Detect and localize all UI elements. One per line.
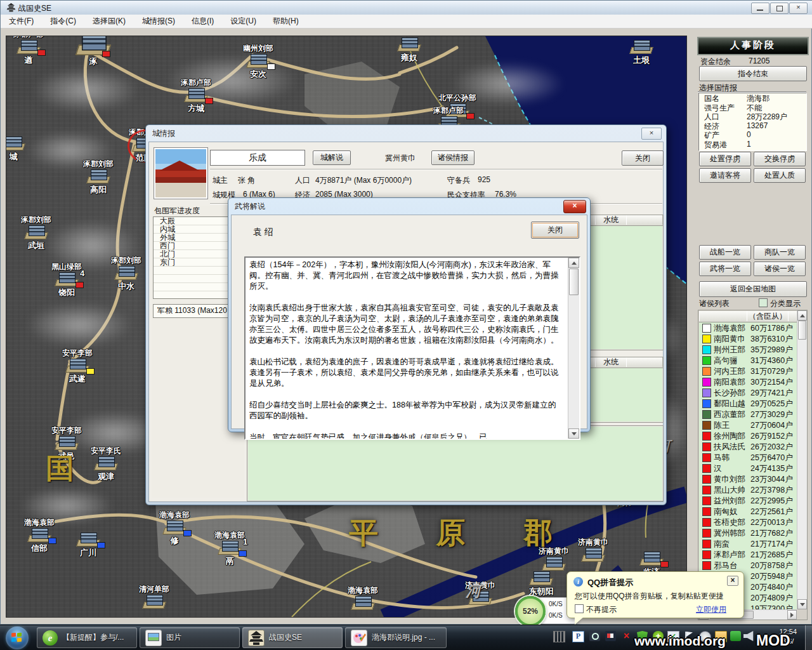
map-city[interactable]: 东朝阳: [530, 571, 552, 585]
overview-button[interactable]: 武将一览: [699, 262, 751, 276]
prisoner-action-button[interactable]: 处置人质: [754, 168, 806, 183]
dialog-close-icon[interactable]: ×: [563, 200, 586, 213]
map-city[interactable]: 安平李部 武遂: [67, 359, 88, 373]
lord-info-button[interactable]: 诸侯情报: [431, 150, 475, 165]
map-city[interactable]: 涿郡刘部 武垣: [25, 225, 47, 239]
overview-button[interactable]: 战船一览: [699, 245, 751, 260]
map-city[interactable]: 雍奴: [398, 37, 420, 51]
vassal-col-header[interactable]: （含臣从）: [747, 311, 789, 321]
menu-item[interactable]: 信息(I): [183, 16, 222, 27]
taskbar-app-pictures[interactable]: 图片: [140, 627, 240, 648]
faction-row[interactable]: 汉 24万4135户: [699, 463, 797, 474]
faction-row[interactable]: 益州刘部 22万2995户: [699, 495, 797, 506]
faction-row[interactable]: 冀州韩部 21万7682户: [699, 527, 797, 538]
map-city[interactable]: 临济: [641, 552, 662, 566]
map-city[interactable]: 安平李氏 观津: [95, 456, 117, 470]
prisoner-action-button[interactable]: 邀请客将: [699, 168, 751, 183]
scroll-right-icon[interactable]: [787, 610, 797, 620]
pinyin-p-icon[interactable]: P: [572, 631, 584, 642]
map-city[interactable]: 渤海袁部 信部: [29, 528, 50, 542]
faction-row[interactable]: 渤海袁部 60万1786户: [699, 322, 797, 333]
faction-list-body[interactable]: 渤海袁部 60万1786户 南阳黄巾 38万6310户 荆州王部 35万2989…: [699, 322, 797, 609]
start-button[interactable]: [6, 627, 29, 649]
media-icon[interactable]: [605, 631, 616, 641]
faction-row[interactable]: 马韩 25万6470户: [699, 452, 797, 463]
faction-row[interactable]: 南匈奴 22万2561户: [699, 506, 797, 517]
maximize-button[interactable]: [770, 3, 789, 14]
show-desktop-button[interactable]: [805, 625, 812, 650]
bio-text-area[interactable]: 袁绍（154年－202年），字本初，豫州汝南汝阳人(今河南商水)，东汉末年政治家…: [244, 256, 580, 440]
map-city[interactable]: 安平李部 武邑: [56, 436, 77, 450]
faction-row[interactable]: 涿郡卢部 21万2685户: [699, 549, 797, 560]
minimize-button[interactable]: [751, 3, 769, 14]
menu-item[interactable]: 选择国(K): [84, 16, 134, 27]
scroll-down-icon[interactable]: [797, 599, 807, 609]
dialog-close-icon[interactable]: ×: [641, 128, 662, 140]
faction-row[interactable]: 苍梧史部 22万0013户: [699, 517, 797, 527]
map-city[interactable]: 涿郡刘部 高阳: [88, 169, 109, 183]
menu-item[interactable]: 城情报(S): [134, 16, 183, 27]
faction-row[interactable]: 邪马台 20万8758户: [699, 560, 797, 571]
prisoner-action-button[interactable]: 交换俘虏: [754, 152, 806, 166]
magnifier-icon[interactable]: [589, 631, 600, 641]
overview-button[interactable]: 诸侯一览: [754, 262, 806, 276]
map-city[interactable]: 广川: [77, 533, 99, 547]
map-city[interactable]: 渤海袁部: [352, 596, 374, 610]
faction-list-header[interactable]: （含臣从）: [699, 311, 797, 322]
close-button[interactable]: ×: [789, 3, 808, 14]
faction-row[interactable]: 黄巾刘部 23万3044户: [699, 474, 797, 484]
progress-circle[interactable]: 52%: [515, 596, 546, 627]
faction-row[interactable]: 陈王 27万0604户: [699, 420, 797, 430]
map-city[interactable]: 涿郡卢部 遒: [18, 40, 39, 54]
classify-checkbox[interactable]: [759, 298, 768, 307]
map-city[interactable]: 渤海袁部 修: [164, 521, 185, 534]
map-city[interactable]: 渤海袁部 1 鬲: [219, 541, 240, 555]
scroll-down-icon[interactable]: [568, 428, 579, 439]
map-city[interactable]: 幽州刘部 安次: [247, 54, 269, 68]
map-city[interactable]: 土垠: [631, 40, 652, 54]
scroll-up-icon[interactable]: [568, 258, 579, 268]
prisoner-action-button[interactable]: 处置俘虏: [699, 152, 751, 166]
menu-item[interactable]: 文件(F): [1, 16, 42, 27]
map-city[interactable]: 涿郡刘部 中水: [115, 266, 137, 280]
green-app-icon[interactable]: [730, 631, 741, 641]
map-city[interactable]: 清河单部: [143, 595, 165, 609]
faction-scrollbar[interactable]: [797, 310, 807, 609]
taskbar-app-browser[interactable]: e 【新提醒】参与/...: [37, 627, 137, 648]
faction-row[interactable]: 黑山大帅 22万3798户: [699, 484, 797, 495]
map-city[interactable]: 济南黄巾: [543, 557, 565, 571]
scroll-thumb[interactable]: [569, 269, 579, 295]
map-city[interactable]: 城: [6, 136, 24, 150]
red-x-icon[interactable]: ×: [621, 631, 632, 641]
map-city[interactable]: 涿: [82, 41, 104, 55]
city-close-button[interactable]: 关闭: [622, 150, 664, 166]
bio-scrollbar[interactable]: [568, 258, 579, 439]
map-city[interactable]: 济南黄巾: [582, 548, 604, 562]
keyboard-icon[interactable]: [553, 631, 565, 642]
faction-row[interactable]: 扶风法氏 26万2032户: [699, 441, 797, 452]
qq-pinyin-popup[interactable]: i QQ拼音提示 × 您可以使用QQ拼音剪贴板，复制粘贴更便捷 不再提示 立即使…: [566, 571, 744, 618]
dont-remind-checkbox[interactable]: [575, 604, 584, 613]
return-map-button[interactable]: 返回全国地图: [699, 281, 807, 297]
faction-row[interactable]: 荆州王部 35万2989户: [699, 344, 797, 355]
speaker-icon[interactable]: [743, 631, 754, 641]
map-city[interactable]: 黑山绿部 4 饶阳: [56, 272, 77, 286]
taskbar-app-game[interactable]: 战国史SE: [242, 627, 343, 648]
faction-row[interactable]: 高句骊 31万4360户: [699, 355, 797, 366]
faction-row[interactable]: 南阳黄巾 38万6310户: [699, 333, 797, 344]
use-now-link[interactable]: 立即使用: [696, 604, 726, 615]
faction-row[interactable]: 徐州陶部 26万9152户: [699, 430, 797, 441]
overview-button[interactable]: 商队一览: [754, 245, 806, 260]
popup-close-icon[interactable]: ×: [727, 576, 738, 586]
menu-item[interactable]: 帮助(H): [265, 16, 307, 27]
faction-row[interactable]: 南蛮 21万7174户: [699, 538, 797, 549]
menu-item[interactable]: 指令(C): [42, 16, 84, 27]
scroll-up-icon[interactable]: [797, 310, 807, 321]
menu-item[interactable]: 设定(U): [222, 16, 265, 27]
taskbar-app-image[interactable]: 渤海郡说明.jpg - ...: [345, 627, 447, 648]
bio-close-button[interactable]: 关闭: [531, 222, 579, 239]
map-city[interactable]: 涿郡卢部 方城: [185, 88, 207, 102]
end-orders-button[interactable]: 指令结束: [699, 66, 807, 81]
city-explain-button[interactable]: 城解说: [313, 150, 351, 165]
scroll-thumb[interactable]: [798, 321, 806, 340]
